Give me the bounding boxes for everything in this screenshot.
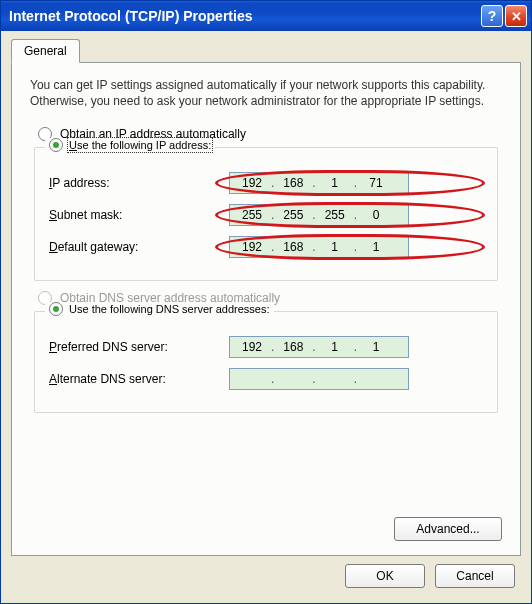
default-gateway-o3[interactable] — [316, 239, 354, 255]
tab-container: General You can get IP settings assigned… — [11, 39, 521, 556]
tabstrip: General — [11, 39, 521, 63]
ok-button[interactable]: OK — [345, 564, 425, 588]
tab-general-panel: You can get IP settings assigned automat… — [11, 62, 521, 556]
window-title: Internet Protocol (TCP/IP) Properties — [9, 8, 481, 24]
close-button[interactable]: ✕ — [505, 5, 527, 27]
radio-ip-manual-label[interactable]: Use the following IP address: — [69, 139, 211, 151]
help-button[interactable]: ? — [481, 5, 503, 27]
default-gateway-label: Default gateway: — [49, 240, 229, 254]
subnet-mask-o4[interactable] — [357, 207, 395, 223]
default-gateway-o4[interactable] — [357, 239, 395, 255]
subnet-mask-o1[interactable] — [233, 207, 271, 223]
advanced-button[interactable]: Advanced... — [394, 517, 502, 541]
default-gateway-input[interactable]: . . . — [229, 236, 409, 258]
radio-ip-manual[interactable] — [49, 138, 63, 152]
tcpip-properties-window: Internet Protocol (TCP/IP) Properties ? … — [0, 0, 532, 604]
preferred-dns-o1[interactable] — [233, 339, 271, 355]
alternate-dns-row: Alternate DNS server: . . . — [49, 368, 483, 390]
preferred-dns-o4[interactable] — [357, 339, 395, 355]
ip-address-o1[interactable] — [233, 175, 271, 191]
alternate-dns-label: Alternate DNS server: — [49, 372, 229, 386]
ip-manual-row: Use the following IP address: — [45, 138, 215, 152]
ip-address-o2[interactable] — [274, 175, 312, 191]
subnet-mask-label: Subnet mask: — [49, 208, 229, 222]
subnet-mask-o3[interactable] — [316, 207, 354, 223]
dns-manual-row: Use the following DNS server addresses: — [45, 302, 274, 316]
preferred-dns-row: Preferred DNS server: . . . — [49, 336, 483, 358]
alternate-dns-o3[interactable] — [316, 371, 354, 387]
alternate-dns-o4[interactable] — [357, 371, 395, 387]
default-gateway-row: Default gateway: . . . — [49, 236, 483, 258]
ip-address-input[interactable]: . . . — [229, 172, 409, 194]
dns-manual-group: Use the following DNS server addresses: … — [34, 311, 498, 413]
subnet-mask-row: Subnet mask: . . . — [49, 204, 483, 226]
dialog-buttons: OK Cancel — [11, 556, 521, 588]
alternate-dns-o2[interactable] — [274, 371, 312, 387]
alternate-dns-input[interactable]: . . . — [229, 368, 409, 390]
subnet-mask-input[interactable]: . . . — [229, 204, 409, 226]
ip-address-o4[interactable] — [357, 175, 395, 191]
subnet-mask-o2[interactable] — [274, 207, 312, 223]
ip-address-label: IP address: — [49, 176, 229, 190]
default-gateway-o1[interactable] — [233, 239, 271, 255]
titlebar[interactable]: Internet Protocol (TCP/IP) Properties ? … — [1, 1, 531, 31]
intro-text: You can get IP settings assigned automat… — [30, 77, 502, 109]
titlebar-buttons: ? ✕ — [481, 5, 527, 27]
ip-address-row: IP address: . . . — [49, 172, 483, 194]
advanced-row: Advanced... — [394, 517, 502, 541]
radio-dns-manual[interactable] — [49, 302, 63, 316]
radio-dns-manual-label[interactable]: Use the following DNS server addresses: — [69, 303, 270, 315]
ip-address-o3[interactable] — [316, 175, 354, 191]
preferred-dns-o2[interactable] — [274, 339, 312, 355]
tab-general[interactable]: General — [11, 39, 80, 63]
preferred-dns-o3[interactable] — [316, 339, 354, 355]
alternate-dns-o1[interactable] — [233, 371, 271, 387]
preferred-dns-input[interactable]: . . . — [229, 336, 409, 358]
cancel-button[interactable]: Cancel — [435, 564, 515, 588]
default-gateway-o2[interactable] — [274, 239, 312, 255]
ip-manual-group: Use the following IP address: IP address… — [34, 147, 498, 281]
client-area: General You can get IP settings assigned… — [1, 31, 531, 603]
preferred-dns-label: Preferred DNS server: — [49, 340, 229, 354]
